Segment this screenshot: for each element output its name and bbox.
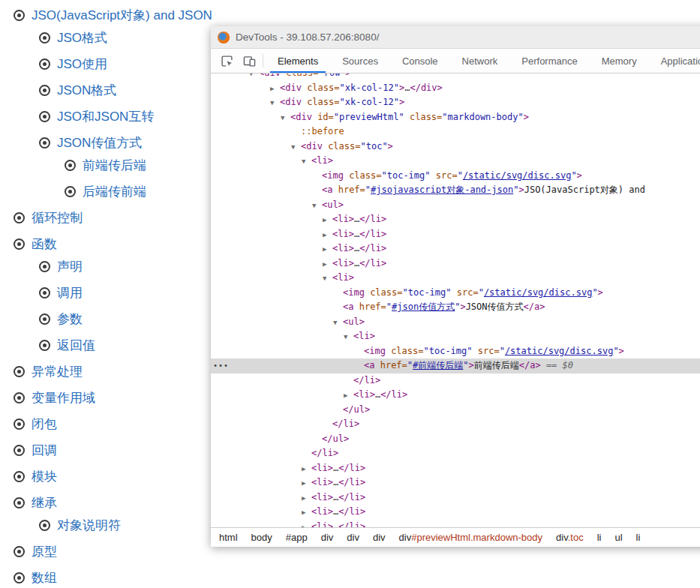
dom-tree-row[interactable]: </li> (211, 417, 700, 432)
expand-arrow-icon[interactable]: ▶ (323, 228, 332, 243)
dom-tree-row[interactable]: ▶<li>…</li> (211, 490, 700, 506)
dom-tree-row[interactable]: ▼<ul> (211, 198, 700, 213)
toc-item[interactable]: 返回值 (0, 332, 211, 358)
toc-link[interactable]: 参数 (57, 310, 83, 328)
collapse-arrow-icon[interactable]: ▼ (270, 96, 280, 111)
dom-tree-row[interactable]: ▼<li> (211, 271, 700, 286)
toc-link[interactable]: 后端传前端 (83, 183, 146, 200)
dom-tree-row[interactable]: </ul> (211, 403, 700, 418)
dom-tree-row[interactable]: </li> (211, 446, 700, 461)
dom-tree-row[interactable]: </li> (211, 374, 700, 388)
toc-link[interactable]: 继承 (32, 494, 57, 512)
breadcrumb-item[interactable]: body (251, 532, 272, 543)
breadcrumb-item[interactable]: div (347, 532, 359, 543)
dom-tree-row[interactable]: ▼<ul> (211, 315, 700, 330)
toc-link[interactable]: JSO(JavaScript对象) and JSON (32, 7, 212, 24)
expand-arrow-icon[interactable]: ▶ (302, 506, 311, 520)
expand-arrow-icon[interactable]: ▶ (302, 476, 311, 491)
toc-link[interactable]: 返回值 (57, 337, 95, 354)
toc-item[interactable]: JSO和JSON互转 (0, 104, 211, 130)
tab-sources[interactable]: Sources (330, 49, 390, 73)
dom-tree-row[interactable]: ▶<li>…</li> (211, 242, 700, 256)
inspect-element-icon[interactable] (215, 49, 238, 73)
toc-link[interactable]: JSO格式 (57, 29, 107, 46)
toc-link[interactable]: 回调 (32, 442, 57, 459)
dom-tree-row[interactable]: <img class="toc-img" src="/static/svg/di… (211, 344, 700, 359)
toc-item[interactable]: JSON格式 (0, 77, 211, 104)
dom-tree-row[interactable]: ▼<li> (211, 329, 700, 344)
toc-item[interactable]: 循环控制 (0, 205, 211, 231)
breadcrumb-item[interactable]: html (219, 532, 238, 543)
toc-item[interactable]: 原型 (0, 538, 211, 565)
toc-item[interactable]: 变量作用域 (0, 385, 211, 411)
toc-link[interactable]: 前端传后端 (83, 157, 146, 174)
toc-item[interactable]: 参数 (0, 306, 211, 332)
toc-item[interactable]: JSO使用 (0, 51, 211, 77)
dom-tree-row[interactable]: ▶<li>…</li> (211, 461, 700, 476)
toc-item[interactable]: 调用 (0, 280, 211, 306)
collapse-arrow-icon[interactable]: ▼ (281, 111, 290, 126)
dom-tree-row[interactable]: ▼<div class="toc"> (211, 140, 700, 154)
toc-item[interactable]: 闭包 (0, 411, 211, 437)
dom-tree-row[interactable]: ▼<div class="row"> (211, 74, 700, 81)
dom-tree-row[interactable]: ▼<li> (211, 154, 700, 169)
dom-tree-row[interactable]: <a href="#jsojavascript对象-and-json">JSO(… (211, 183, 700, 198)
dom-tree-row[interactable]: ▶<li>…</li> (211, 520, 700, 528)
dom-tree-row[interactable]: ▶<li>…</li> (211, 476, 700, 490)
collapse-arrow-icon[interactable]: ▼ (302, 154, 311, 170)
dom-tree-row[interactable]: ▶<li>…</li> (211, 212, 700, 227)
toc-link[interactable]: 变量作用域 (32, 389, 95, 406)
collapse-arrow-icon[interactable]: ▼ (323, 272, 332, 286)
more-actions-icon[interactable]: ••• (213, 358, 229, 374)
toc-item[interactable]: 模块 (0, 464, 211, 490)
toc-link[interactable]: 数组 (32, 569, 57, 586)
toc-item[interactable]: JSO格式 (0, 25, 211, 51)
toc-link[interactable]: JSO和JSON互转 (57, 108, 154, 125)
expand-arrow-icon[interactable]: ▶ (270, 82, 280, 97)
attribute-link[interactable]: #jsojavascript对象-and-json (371, 184, 513, 195)
tab-memory[interactable]: Memory (590, 49, 649, 73)
dom-tree-row[interactable]: </ul> (211, 432, 700, 447)
expand-arrow-icon[interactable]: ▶ (323, 242, 332, 257)
expand-arrow-icon[interactable]: ▶ (302, 491, 311, 506)
expand-arrow-icon[interactable]: ▶ (302, 520, 311, 528)
dom-tree-row[interactable]: ▶<div class="xk-col-12">…</div> (211, 81, 700, 96)
dom-tree-row[interactable]: <img class="toc-img" src="/static/svg/di… (211, 169, 700, 184)
breadcrumb-item[interactable]: #app (286, 532, 308, 543)
toc-link[interactable]: 模块 (32, 468, 57, 485)
tab-elements[interactable]: Elements (266, 49, 330, 73)
toc-item[interactable]: 数组 (0, 565, 211, 588)
breadcrumb-item[interactable]: div.toc (556, 532, 584, 543)
attribute-link[interactable]: #前端传后端 (413, 360, 463, 370)
breadcrumb-item[interactable]: div (321, 532, 334, 543)
dom-tree-row[interactable]: •••<a href="#前端传后端">前端传后端</a> == $0 (211, 358, 700, 374)
dom-tree-row[interactable]: ▶<li>…</li> (211, 256, 700, 272)
breadcrumb-item[interactable]: div#previewHtml.markdown-body (399, 532, 542, 543)
dom-tree-row[interactable]: ▶<li>…</li> (211, 388, 700, 403)
breadcrumb-item[interactable]: li (636, 532, 641, 543)
dom-tree-row[interactable]: ▼<div id="previewHtml" class="markdown-b… (211, 110, 700, 125)
toc-link[interactable]: 函数 (32, 236, 57, 253)
dom-tree-row[interactable]: ::before (211, 124, 700, 140)
toc-link[interactable]: 异常处理 (32, 363, 83, 380)
breadcrumb-item[interactable]: ul (614, 532, 622, 543)
tab-application[interactable]: Application (649, 49, 700, 73)
toc-link[interactable]: 声明 (57, 258, 83, 275)
tab-console[interactable]: Console (390, 49, 450, 73)
toc-link[interactable]: 循环控制 (32, 209, 83, 226)
expand-arrow-icon[interactable]: ▶ (302, 462, 311, 477)
attribute-link[interactable]: /static/svg/disc.svg (505, 346, 614, 356)
dom-tree-row[interactable]: ▶<li>…</li> (211, 505, 700, 520)
tab-network[interactable]: Network (450, 49, 510, 73)
tab-performance[interactable]: Performance (509, 49, 589, 73)
dom-tree-row[interactable]: <img class="toc-img" src="/static/svg/di… (211, 286, 700, 301)
toc-item[interactable]: 后端传前端 (0, 178, 211, 205)
toc-link[interactable]: 对象说明符 (57, 517, 121, 534)
toc-link[interactable]: 原型 (32, 543, 57, 560)
toc-link[interactable]: 闭包 (32, 416, 57, 433)
dom-tree-row[interactable]: ▼<div class="xk-col-12"> (211, 95, 700, 110)
toc-link[interactable]: 调用 (57, 284, 83, 302)
collapse-arrow-icon[interactable]: ▼ (333, 316, 343, 331)
toc-item[interactable]: 前端传后端 (0, 152, 211, 178)
toc-link[interactable]: JSO使用 (57, 56, 107, 73)
